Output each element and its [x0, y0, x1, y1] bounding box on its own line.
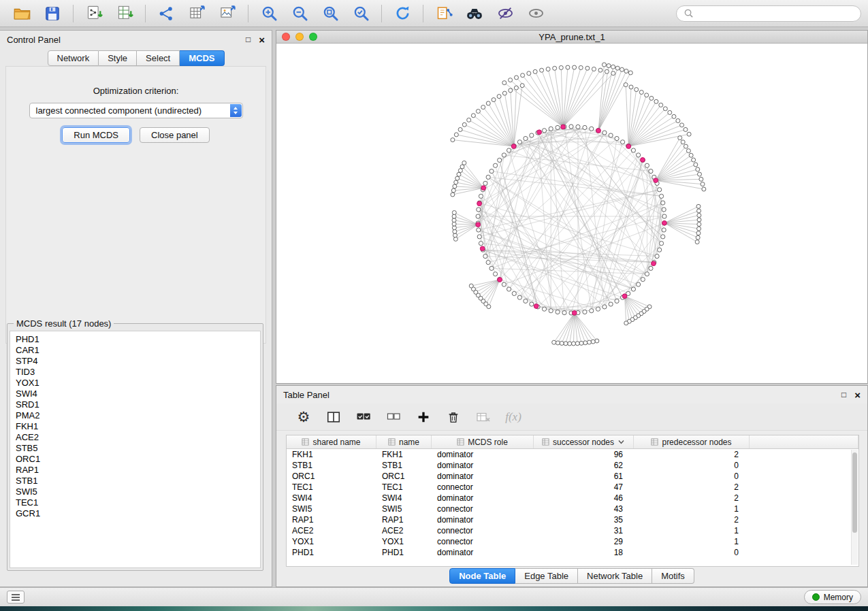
status-menu-button[interactable]	[7, 591, 25, 604]
float-table-panel-icon[interactable]: □	[841, 390, 846, 399]
export-image-button[interactable]	[212, 3, 242, 24]
trash-icon	[446, 410, 461, 425]
select-all-rows-button[interactable]	[355, 409, 372, 425]
table-scrollbar-thumb[interactable]	[852, 452, 857, 533]
save-session-button[interactable]	[37, 3, 67, 24]
delete-column-button[interactable]	[445, 409, 462, 425]
copy-network-style-button[interactable]	[429, 3, 459, 24]
tab-node-table[interactable]: Node Table	[449, 568, 515, 584]
table-cell: 96	[534, 450, 634, 459]
eye-icon	[527, 4, 545, 22]
column-header-successor-nodes[interactable]: successor nodes	[534, 435, 634, 448]
tab-mcds[interactable]: MCDS	[180, 50, 224, 66]
zoom-out-button[interactable]	[285, 3, 315, 24]
open-folder-icon	[13, 4, 31, 22]
new-network-button[interactable]	[151, 3, 181, 24]
column-header-mcds-role[interactable]: MCDS role	[432, 435, 534, 448]
mcds-result-item[interactable]: SRD1	[16, 399, 260, 410]
function-builder-button[interactable]: f(x)	[505, 409, 521, 425]
column-header-shared-name[interactable]: shared name	[287, 435, 376, 448]
column-header-name[interactable]: name	[376, 435, 432, 448]
add-column-button[interactable]	[415, 409, 432, 425]
show-columns-button[interactable]	[325, 409, 342, 425]
table-row[interactable]: STB1STB1dominator620	[287, 460, 858, 471]
desktop-background	[0, 606, 868, 611]
hide-selected-button[interactable]	[490, 3, 520, 24]
mcds-result-item[interactable]: ACE2	[16, 432, 260, 443]
table-row[interactable]: ACE2ACE2connector311	[287, 525, 858, 536]
close-window-icon[interactable]	[282, 33, 290, 41]
tab-select[interactable]: Select	[137, 50, 180, 66]
table-cell: dominator	[432, 548, 534, 557]
search-box[interactable]	[676, 5, 861, 22]
deselect-all-rows-button[interactable]	[385, 409, 402, 425]
close-panel-button[interactable]: Close panel	[140, 127, 210, 143]
memory-button-label: Memory	[824, 593, 853, 602]
search-network-button[interactable]	[460, 3, 489, 24]
mcds-result-item[interactable]: PHD1	[16, 334, 260, 345]
network-canvas[interactable]	[276, 44, 867, 383]
dropdown-stepper-icon[interactable]	[230, 104, 242, 117]
table-row[interactable]: ORC1ORC1dominator610	[287, 471, 858, 482]
maximize-window-icon[interactable]	[309, 33, 317, 41]
open-file-button[interactable]	[7, 3, 37, 24]
search-input[interactable]	[698, 9, 854, 18]
memory-status-icon	[812, 593, 820, 601]
zoom-selected-button[interactable]	[346, 3, 376, 24]
mcds-result-item[interactable]: TID3	[16, 367, 260, 378]
mcds-result-item[interactable]: CAR1	[16, 345, 260, 356]
zoom-in-button[interactable]	[254, 3, 284, 24]
mcds-result-item[interactable]: ORC1	[16, 454, 260, 465]
table-cell: dominator	[432, 493, 534, 503]
mcds-result-item[interactable]: RAP1	[16, 465, 260, 476]
table-cell: 47	[534, 482, 634, 492]
tab-motifs[interactable]: Motifs	[652, 568, 694, 584]
new-table-button[interactable]	[182, 3, 212, 24]
run-mcds-button[interactable]: Run MCDS	[62, 127, 130, 143]
table-row[interactable]: SWI5SWI5connector431	[287, 503, 858, 514]
column-header-predecessor-nodes[interactable]: predecessor nodes	[634, 435, 750, 448]
mcds-result-item[interactable]: SWI5	[16, 486, 260, 497]
minimize-window-icon[interactable]	[295, 33, 304, 41]
table-cell: SWI4	[376, 493, 432, 503]
mcds-result-item[interactable]: YOX1	[16, 378, 260, 389]
table-row[interactable]: SWI4SWI4dominator462	[287, 493, 858, 503]
close-panel-icon[interactable]: ×	[259, 35, 265, 45]
network-window-titlebar[interactable]: YPA_prune.txt_1	[276, 31, 867, 44]
mcds-result-item[interactable]: PMA2	[16, 410, 260, 421]
import-table-button[interactable]	[110, 3, 140, 24]
mcds-result-item[interactable]: STP4	[16, 356, 260, 367]
delete-table-button[interactable]	[475, 409, 492, 425]
table-scrollbar[interactable]	[851, 450, 858, 565]
mcds-result-item[interactable]: TEC1	[16, 497, 260, 508]
mcds-result-item[interactable]: GCR1	[16, 508, 260, 519]
tab-style[interactable]: Style	[99, 50, 137, 66]
tab-network-table[interactable]: Network Table	[578, 568, 652, 584]
import-network-button[interactable]	[79, 3, 109, 24]
zoom-in-icon	[260, 4, 278, 22]
table-row[interactable]: TEC1TEC1connector472	[287, 482, 858, 493]
mcds-result-item[interactable]: FKH1	[16, 421, 260, 432]
optimization-dropdown[interactable]: largest connected component (undirected)	[29, 103, 243, 118]
table-row[interactable]: PHD1PHD1dominator180	[287, 547, 858, 558]
tab-network[interactable]: Network	[47, 50, 99, 66]
table-row[interactable]: YOX1YOX1connector291	[287, 536, 858, 547]
mcds-result-item[interactable]: SWI4	[16, 389, 260, 399]
table-cell: YOX1	[376, 537, 432, 546]
close-table-panel-icon[interactable]: ×	[854, 390, 861, 400]
tab-edge-table[interactable]: Edge Table	[515, 568, 578, 584]
show-all-button[interactable]	[521, 3, 551, 24]
refresh-layout-button[interactable]	[387, 3, 417, 24]
zoom-fit-button[interactable]	[315, 3, 345, 24]
table-cell: YOX1	[287, 537, 376, 546]
table-cell: 29	[534, 537, 634, 546]
memory-button[interactable]: Memory	[804, 590, 861, 604]
table-settings-button[interactable]: ⚙	[295, 409, 312, 425]
table-row[interactable]: RAP1RAP1dominator352	[287, 514, 858, 525]
mcds-result-item[interactable]: STB5	[16, 443, 260, 454]
mcds-result-item[interactable]: STB1	[16, 476, 260, 486]
mcds-result-list[interactable]: PHD1CAR1STP4TID3YOX1SWI4SRD1PMA2FKH1ACE2…	[10, 331, 261, 568]
float-panel-icon[interactable]: □	[246, 35, 251, 44]
table-row[interactable]: FKH1FKH1dominator962	[287, 449, 858, 460]
zoom-fit-icon	[321, 4, 340, 22]
